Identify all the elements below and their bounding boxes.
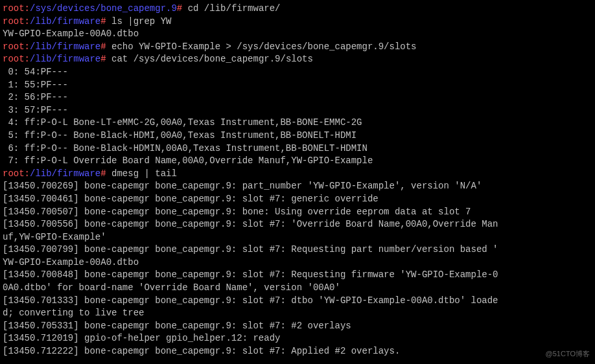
output-line: 3: 57:PF--- [3, 104, 592, 117]
output-line: [13450.700269] bone-capemgr bone_capemgr… [3, 180, 592, 193]
prompt-line: root:/lib/firmware# echo YW-GPIO-Example… [3, 41, 592, 54]
output-line: [13450.700799] bone-capemgr bone_capemgr… [3, 244, 592, 256]
command-text: cat /sys/devices/bone_capemgr.9/slots [106, 54, 313, 64]
prompt-path: /lib/firmware [30, 16, 100, 27]
prompt-user: root [3, 3, 25, 14]
output-line: [13450.701333] bone-capemgr bone_capemgr… [3, 295, 592, 308]
output-line: 2: 56:PF--- [3, 91, 592, 104]
command-text: ls |grep YW [106, 16, 172, 27]
output-line: YW-GPIO-Example-00A0.dtbo [3, 28, 592, 41]
terminal-output[interactable]: root:/sys/devices/bone_capemgr.9# cd /li… [3, 3, 592, 358]
output-line: [13450.700848] bone-capemgr bone_capemgr… [3, 269, 592, 282]
output-line: 6: ff:P-O-- Bone-Black-HDMIN,00A0,Texas … [3, 142, 592, 155]
prompt-line: root:/lib/firmware# cat /sys/devices/bon… [3, 53, 592, 66]
output-line: 0: 54:PF--- [3, 66, 592, 79]
prompt-line: root:/lib/firmware# ls |grep YW [3, 16, 592, 28]
output-line: 1: 55:PF--- [3, 79, 592, 92]
command-text: cd /lib/firmware/ [182, 3, 280, 14]
command-text: dmesg | tail [106, 168, 177, 179]
output-line: uf,YW-GPIO-Example' [3, 231, 592, 244]
output-line: [13450.700507] bone-capemgr bone_capemgr… [3, 206, 592, 219]
output-line: d; converting to live tree [3, 307, 592, 320]
output-line: 0A0.dtbo' for board-name 'Override Board… [3, 282, 592, 295]
output-line: [13450.712019] gpio-of-helper gpio_helpe… [3, 332, 592, 345]
prompt-user: root [3, 16, 25, 27]
watermark-text: @51CTO博客 [546, 349, 590, 359]
prompt-user: root [3, 168, 25, 179]
output-line: YW-GPIO-Example-00A0.dtbo [3, 256, 592, 269]
prompt-path: /sys/devices/bone_capemgr.9 [30, 3, 177, 14]
prompt-path: /lib/firmware [30, 41, 100, 52]
prompt-user: root [3, 54, 25, 64]
output-line: [13450.700556] bone-capemgr bone_capemgr… [3, 218, 592, 231]
prompt-line: root:/lib/firmware# dmesg | tail [3, 168, 592, 181]
output-line: [13450.712222] bone-capemgr bone_capemgr… [3, 345, 592, 358]
output-line: 4: ff:P-O-L Bone-LT-eMMC-2G,00A0,Texas I… [3, 117, 592, 130]
output-line: 7: ff:P-O-L Override Board Name,00A0,Ove… [3, 155, 592, 168]
prompt-path: /lib/firmware [30, 168, 100, 179]
output-line: 5: ff:P-O-- Bone-Black-HDMI,00A0,Texas I… [3, 130, 592, 142]
prompt-path: /lib/firmware [30, 54, 100, 64]
command-text: echo YW-GPIO-Example > /sys/devices/bone… [106, 41, 417, 52]
output-line: [13450.700461] bone-capemgr bone_capemgr… [3, 193, 592, 206]
output-line: [13450.705331] bone-capemgr bone_capemgr… [3, 320, 592, 333]
prompt-line: root:/sys/devices/bone_capemgr.9# cd /li… [3, 3, 592, 16]
prompt-user: root [3, 41, 25, 52]
